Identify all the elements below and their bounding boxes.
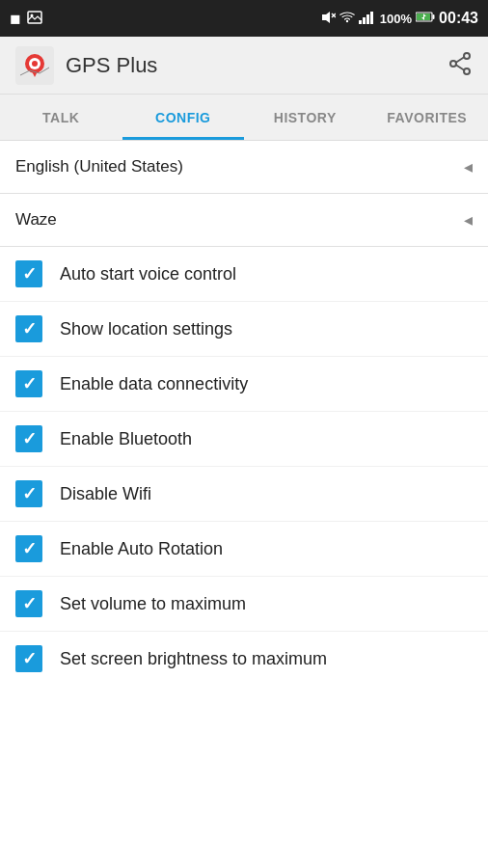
svg-line-26 [456, 65, 464, 69]
svg-rect-0 [28, 12, 41, 23]
checkbox-list: ✓ Auto start voice control ✓ Show locati… [0, 247, 488, 686]
svg-line-25 [456, 57, 464, 62]
status-right: 100% 00:43 [320, 10, 478, 28]
tab-talk[interactable]: TALK [0, 95, 122, 140]
svg-point-24 [464, 68, 470, 74]
app-arrow-icon: ◂ [464, 209, 473, 231]
svg-point-5 [346, 19, 348, 21]
svg-rect-6 [359, 20, 362, 24]
status-time: 00:43 [439, 10, 478, 27]
battery-icon [416, 11, 435, 26]
app-dropdown[interactable]: Waze ◂ [0, 194, 488, 247]
app-bar: GPS Plus [0, 37, 488, 95]
status-left: ◼ [10, 11, 42, 27]
tab-config[interactable]: CONFIG [122, 95, 245, 140]
checkbox-auto-start-voice[interactable]: ✓ Auto start voice control [0, 247, 488, 302]
wifi-icon [339, 11, 355, 27]
mute-icon [320, 10, 336, 28]
svg-marker-2 [322, 12, 330, 23]
checkbox-show-location[interactable]: ✓ Show location settings [0, 302, 488, 357]
checkbox-disable-wifi[interactable]: ✓ Disable Wifi [0, 467, 488, 522]
checkbox-set-brightness-box: ✓ [15, 645, 42, 672]
share-icon[interactable] [447, 51, 473, 80]
checkbox-enable-bluetooth[interactable]: ✓ Enable Bluetooth [0, 412, 488, 467]
svg-point-22 [464, 53, 470, 59]
app-bar-left: GPS Plus [15, 46, 157, 85]
svg-rect-8 [366, 14, 369, 24]
checkbox-enable-data-label: Enable data connectivity [60, 374, 248, 394]
status-bar: ◼ [0, 0, 488, 37]
checkbox-set-brightness-label: Set screen brightness to maximum [60, 649, 327, 669]
svg-rect-11 [433, 14, 435, 19]
app-logo [15, 46, 54, 85]
checkbox-disable-wifi-box: ✓ [15, 480, 42, 507]
checkbox-show-location-label: Show location settings [60, 319, 232, 339]
app-value: Waze [15, 210, 57, 230]
language-dropdown[interactable]: English (United States) ◂ [0, 141, 488, 194]
checkbox-enable-rotation-box: ✓ [15, 535, 42, 562]
tab-bar: TALK CONFIG HISTORY FAVORITES [0, 95, 488, 141]
svg-rect-7 [363, 17, 366, 24]
checkbox-show-location-box: ✓ [15, 315, 42, 342]
checkbox-auto-start-voice-box: ✓ [15, 260, 42, 287]
language-value: English (United States) [15, 157, 183, 176]
tab-favorites[interactable]: FAVORITES [366, 95, 489, 140]
usb-icon: ◼ [10, 11, 21, 26]
app-title: GPS Plus [66, 53, 157, 78]
tab-history[interactable]: HISTORY [244, 95, 366, 140]
svg-point-18 [32, 61, 38, 67]
checkbox-set-volume[interactable]: ✓ Set volume to maximum [0, 577, 488, 632]
signal-icon [359, 11, 376, 27]
svg-point-23 [450, 61, 456, 67]
checkbox-enable-bluetooth-label: Enable Bluetooth [60, 429, 192, 449]
content: English (United States) ◂ Waze ◂ ✓ Auto … [0, 141, 488, 686]
checkbox-auto-start-voice-label: Auto start voice control [60, 264, 236, 285]
checkbox-set-volume-label: Set volume to maximum [60, 594, 246, 614]
checkbox-enable-data-box: ✓ [15, 370, 42, 397]
checkbox-enable-data[interactable]: ✓ Enable data connectivity [0, 357, 488, 412]
checkbox-disable-wifi-label: Disable Wifi [60, 484, 151, 504]
battery-percent: 100% [380, 12, 412, 26]
image-icon [27, 11, 42, 27]
checkbox-enable-bluetooth-box: ✓ [15, 425, 42, 452]
checkbox-enable-rotation-label: Enable Auto Rotation [60, 539, 223, 559]
svg-rect-9 [370, 12, 373, 24]
checkbox-enable-rotation[interactable]: ✓ Enable Auto Rotation [0, 522, 488, 577]
language-arrow-icon: ◂ [464, 156, 473, 177]
checkbox-set-brightness[interactable]: ✓ Set screen brightness to maximum [0, 632, 488, 686]
checkbox-set-volume-box: ✓ [15, 590, 42, 617]
